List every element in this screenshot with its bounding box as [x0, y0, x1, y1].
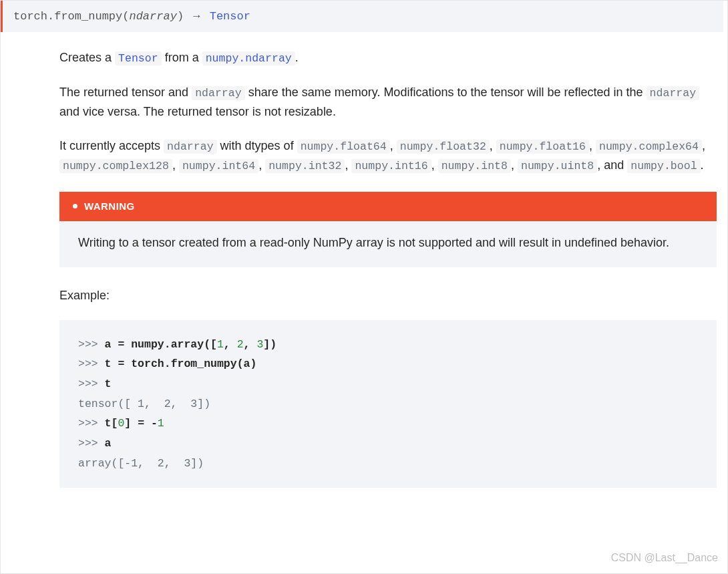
int-literal: 1	[158, 417, 164, 430]
code-dtype: numpy.int8	[438, 159, 511, 173]
text: , and	[597, 158, 627, 172]
code-dtype: numpy.float32	[397, 140, 490, 154]
text: ,	[258, 158, 265, 172]
code-dtype: numpy.int64	[179, 159, 258, 173]
prompt: >>>	[78, 338, 105, 351]
text: The returned tensor and	[59, 86, 192, 99]
code-ndarray: ndarray	[192, 86, 245, 100]
text: ,	[345, 158, 351, 172]
code-ndarray: numpy.ndarray	[202, 51, 295, 65]
text: with dtypes of	[217, 139, 297, 152]
code-tensor: Tensor	[115, 51, 162, 65]
int-literal: 2	[237, 338, 244, 351]
code: ,	[244, 338, 257, 351]
prompt: >>>	[78, 437, 105, 450]
code: t[	[105, 417, 118, 430]
sig-module-prefix: torch.	[13, 10, 54, 23]
output: array([-1, 2, 3])	[78, 457, 204, 470]
code: a = numpy.array([	[105, 338, 217, 351]
link-numpy-ndarray[interactable]: numpy.ndarray	[202, 51, 295, 64]
text: ,	[172, 158, 179, 172]
code: t = torch.from_numpy(a)	[105, 357, 257, 370]
code-dtype: numpy.float64	[297, 140, 390, 154]
example-label: Example:	[59, 286, 717, 305]
code-dtype: numpy.complex128	[59, 159, 172, 173]
watermark: CSDN @Last__Dance	[611, 549, 718, 567]
text: Creates a	[59, 51, 115, 64]
sig-paren-close: )	[177, 10, 184, 23]
function-signature: torch.from_numpy(ndarray) → Tensor	[1, 1, 723, 32]
warning-admonition: WARNING Writing to a tensor created from…	[59, 192, 717, 267]
code-dtype: numpy.float16	[496, 140, 589, 154]
sig-return-link[interactable]: Tensor	[210, 10, 250, 23]
prompt: >>>	[78, 417, 105, 430]
text: .	[295, 51, 299, 64]
sig-paren-open: (	[122, 10, 129, 23]
text: ,	[390, 139, 397, 152]
code-dtype: numpy.uint8	[518, 159, 597, 173]
text: ,	[702, 139, 705, 152]
code-dtype: numpy.int16	[351, 159, 431, 173]
int-literal: 3	[256, 338, 263, 351]
link-tensor[interactable]: Tensor	[115, 51, 162, 64]
code-ndarray: ndarray	[164, 140, 217, 154]
sig-function-name: from_numpy	[54, 10, 122, 23]
text: ,	[589, 139, 596, 152]
code: ,	[224, 338, 237, 351]
code: a	[105, 437, 112, 450]
code-dtype: numpy.complex64	[596, 140, 702, 154]
code: t	[105, 378, 112, 390]
sig-argument: ndarray	[129, 10, 176, 23]
code: ])	[263, 338, 277, 351]
int-literal: 1	[217, 338, 224, 351]
code-dtype: numpy.int32	[265, 159, 345, 173]
paragraph-dtypes: It currently accepts ndarray with dtypes…	[59, 136, 717, 176]
sig-return-type: Tensor	[210, 10, 250, 23]
text: from a	[162, 51, 202, 64]
warning-title-text: WARNING	[84, 198, 135, 214]
text: ,	[511, 158, 518, 172]
text: ,	[431, 158, 438, 172]
code: ] = -	[124, 417, 158, 430]
code-ndarray: ndarray	[647, 86, 700, 100]
text: It currently accepts	[59, 139, 164, 152]
paragraph-intro: Creates a Tensor from a numpy.ndarray.	[59, 48, 717, 68]
paragraph-memory: The returned tensor and ndarray share th…	[59, 83, 717, 122]
output: tensor([ 1, 2, 3])	[78, 398, 210, 410]
text: and vice versa. The returned tensor is n…	[59, 105, 336, 118]
sig-arrow: →	[193, 10, 200, 23]
warning-title-bar: WARNING	[59, 192, 717, 221]
warning-body: Writing to a tensor created from a read-…	[59, 221, 717, 267]
doc-body: Creates a Tensor from a numpy.ndarray. T…	[1, 48, 727, 488]
text: ,	[490, 139, 496, 152]
prompt: >>>	[78, 378, 105, 390]
text: share the same memory. Modifications to …	[245, 86, 647, 99]
example-code-block: >>> a = numpy.array([1, 2, 3]) >>> t = t…	[59, 320, 717, 488]
text: .	[701, 158, 704, 172]
bullet-icon	[73, 204, 77, 208]
int-literal: 0	[118, 417, 124, 430]
prompt: >>>	[78, 357, 105, 370]
code-dtype: numpy.bool	[627, 159, 700, 173]
